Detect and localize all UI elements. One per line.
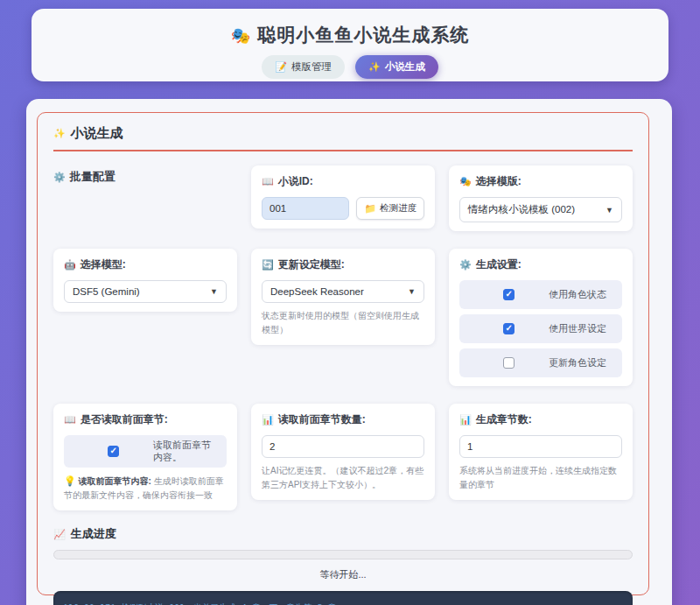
bulb-icon: 💡 bbox=[64, 475, 76, 486]
masks-icon: 🎭 bbox=[459, 176, 472, 187]
tab-novel-generation[interactable]: ✨ 小说生成 bbox=[355, 55, 438, 79]
sparkles-icon: ✨ bbox=[53, 128, 66, 139]
update-character-setting-checkbox[interactable] bbox=[503, 357, 514, 369]
folder-icon: 📁 bbox=[364, 203, 376, 215]
update-character-setting-row: 更新角色设定 bbox=[459, 348, 622, 377]
chapter-count-helper: 系统将从当前进度开始，连续生成指定数量的章节 bbox=[459, 464, 622, 491]
template-select-label-text: 选择模版: bbox=[476, 174, 522, 189]
update-model-helper: 状态更新时使用的模型（留空则使用生成模型） bbox=[262, 309, 424, 336]
check-progress-label: 检测进度 bbox=[380, 202, 416, 215]
checkbox-label: 使用角色状态 bbox=[549, 288, 613, 300]
memo-icon: 📝 bbox=[275, 61, 287, 73]
chevron-down-icon: ▼ bbox=[408, 287, 416, 296]
model-select-label-text: 选择模型: bbox=[80, 257, 126, 272]
read-previous-checkbox[interactable] bbox=[108, 446, 119, 457]
main-content-card: ✨ 小说生成 ⚙️ 批量配置 📖 小说ID: 📁 bbox=[26, 99, 672, 605]
progress-status: 等待开始... bbox=[53, 568, 633, 581]
chevron-down-icon: ▼ bbox=[606, 206, 613, 215]
app-title-text: 聪明小鱼鱼小说生成系统 bbox=[257, 25, 469, 45]
checkbox-label: 更新角色设定 bbox=[549, 356, 613, 369]
app-title: 🎭 聪明小鱼鱼小说生成系统 bbox=[32, 9, 668, 47]
model-select[interactable]: DSF5 (Gemini) ▼ bbox=[64, 280, 227, 303]
chapter-count-label-text: 生成章节数: bbox=[476, 412, 532, 427]
checkbox-label: 读取前面章节内容。 bbox=[153, 439, 218, 464]
model-select-label: 🤖 选择模型: bbox=[64, 257, 227, 272]
novel-id-label: 📖 小说ID: bbox=[262, 174, 424, 189]
generation-settings-cell: ⚙️ 生成设置: 使用角色状态 使用世界设定 更新角色设定 bbox=[449, 249, 633, 386]
use-world-setting-row: 使用世界设定 bbox=[459, 314, 622, 343]
generation-settings-label-text: 生成设置: bbox=[476, 257, 522, 272]
update-model-label: 🔄 更新设定模型: bbox=[262, 257, 424, 272]
chapter-count-input[interactable] bbox=[459, 435, 622, 458]
progress-section: 📈 生成进度 等待开始... bbox=[53, 526, 633, 581]
use-character-state-checkbox[interactable] bbox=[503, 289, 514, 300]
read-previous-label-text: 是否读取前面章节: bbox=[80, 412, 168, 427]
progress-title-text: 生成进度 bbox=[71, 526, 116, 542]
chevron-down-icon: ▼ bbox=[210, 287, 218, 296]
batch-config-label-cell: ⚙️ 批量配置 bbox=[53, 165, 237, 196]
read-previous-label: 📖 是否读取前面章节: bbox=[64, 412, 227, 427]
read-previous-helper: 💡 读取前面章节内容: 生成时读取前面章节的最新文件内容，确保内容衔接一致 bbox=[64, 474, 227, 503]
log-console: [16:00:17] 检测到小说 001，当前已生成 4 章，下一章为第 5 章 bbox=[53, 591, 633, 605]
check-progress-button[interactable]: 📁 检测进度 bbox=[356, 197, 424, 220]
tab-label: 小说生成 bbox=[385, 60, 425, 74]
use-character-state-row: 使用角色状态 bbox=[459, 280, 622, 309]
read-count-cell: 📊 读取前面章节数量: 让AI记忆更连贯。（建议不超过2章，有些第三方API支持… bbox=[251, 404, 435, 500]
book-icon: 📖 bbox=[64, 414, 76, 426]
tab-bar: 📝 模版管理 ✨ 小说生成 bbox=[32, 55, 668, 79]
read-previous-cell: 📖 是否读取前面章节: 读取前面章节内容。 💡 读取前面章节内容: 生成时读取前… bbox=[53, 404, 237, 510]
model-select-value: DSF5 (Gemini) bbox=[73, 286, 140, 297]
novel-id-input[interactable] bbox=[262, 197, 349, 220]
batch-config-label-text: 批量配置 bbox=[70, 169, 116, 185]
tab-template-management[interactable]: 📝 模版管理 bbox=[262, 55, 345, 79]
sparkles-icon: ✨ bbox=[368, 61, 381, 73]
robot-icon: 🤖 bbox=[64, 259, 76, 271]
update-model-value: DeepSeek Reasoner bbox=[270, 286, 364, 297]
update-model-select[interactable]: DeepSeek Reasoner ▼ bbox=[262, 280, 424, 303]
generation-settings-label: ⚙️ 生成设置: bbox=[459, 257, 622, 272]
read-count-helper: 让AI记忆更连贯。（建议不超过2章，有些第三方API支持上下文较小）。 bbox=[262, 464, 424, 491]
chart-increasing-icon: 📈 bbox=[53, 529, 66, 540]
chapter-count-cell: 📊 生成章节数: 系统将从当前进度开始，连续生成指定数量的章节 bbox=[449, 404, 633, 500]
tab-label: 模版管理 bbox=[291, 60, 332, 74]
progress-bar bbox=[53, 550, 633, 559]
bar-chart-icon: 📊 bbox=[262, 414, 274, 426]
template-select-cell: 🎭 选择模版: 情绪内核小说模板 (002) ▼ bbox=[449, 165, 633, 231]
refresh-icon: 🔄 bbox=[262, 259, 274, 271]
read-count-label-text: 读取前面章节数量: bbox=[278, 412, 366, 427]
read-previous-helper-bold: 读取前面章节内容: bbox=[79, 476, 151, 486]
novel-id-label-text: 小说ID: bbox=[278, 174, 313, 189]
use-world-setting-checkbox[interactable] bbox=[503, 323, 514, 334]
gear-icon: ⚙️ bbox=[53, 172, 66, 183]
form-grid: ⚙️ 批量配置 📖 小说ID: 📁 检测进度 bbox=[53, 165, 633, 510]
read-count-input[interactable] bbox=[262, 435, 424, 458]
chapter-count-label: 📊 生成章节数: bbox=[459, 412, 622, 427]
novel-generation-panel: ✨ 小说生成 ⚙️ 批量配置 📖 小说ID: 📁 bbox=[37, 112, 649, 595]
gear-icon: ⚙️ bbox=[459, 259, 472, 271]
section-title: ✨ 小说生成 bbox=[53, 125, 633, 151]
model-select-cell: 🤖 选择模型: DSF5 (Gemini) ▼ bbox=[53, 249, 237, 312]
bar-chart-icon: 📊 bbox=[459, 414, 472, 426]
progress-title: 📈 生成进度 bbox=[53, 526, 633, 542]
checkbox-label: 使用世界设定 bbox=[549, 322, 613, 334]
update-model-label-text: 更新设定模型: bbox=[278, 257, 345, 272]
novel-id-cell: 📖 小说ID: 📁 检测进度 bbox=[251, 165, 435, 229]
app-header: 🎭 聪明小鱼鱼小说生成系统 📝 模版管理 ✨ 小说生成 bbox=[32, 9, 668, 81]
template-select-label: 🎭 选择模版: bbox=[459, 174, 622, 189]
masks-icon: 🎭 bbox=[231, 27, 251, 45]
read-count-label: 📊 读取前面章节数量: bbox=[262, 412, 424, 427]
section-title-text: 小说生成 bbox=[71, 125, 123, 142]
read-previous-row: 读取前面章节内容。 bbox=[64, 435, 227, 468]
update-model-cell: 🔄 更新设定模型: DeepSeek Reasoner ▼ 状态更新时使用的模型… bbox=[251, 249, 435, 345]
template-select-value: 情绪内核小说模板 (002) bbox=[468, 203, 575, 216]
template-select[interactable]: 情绪内核小说模板 (002) ▼ bbox=[459, 197, 622, 222]
batch-config-label: ⚙️ 批量配置 bbox=[53, 169, 237, 185]
book-icon: 📖 bbox=[262, 176, 274, 187]
